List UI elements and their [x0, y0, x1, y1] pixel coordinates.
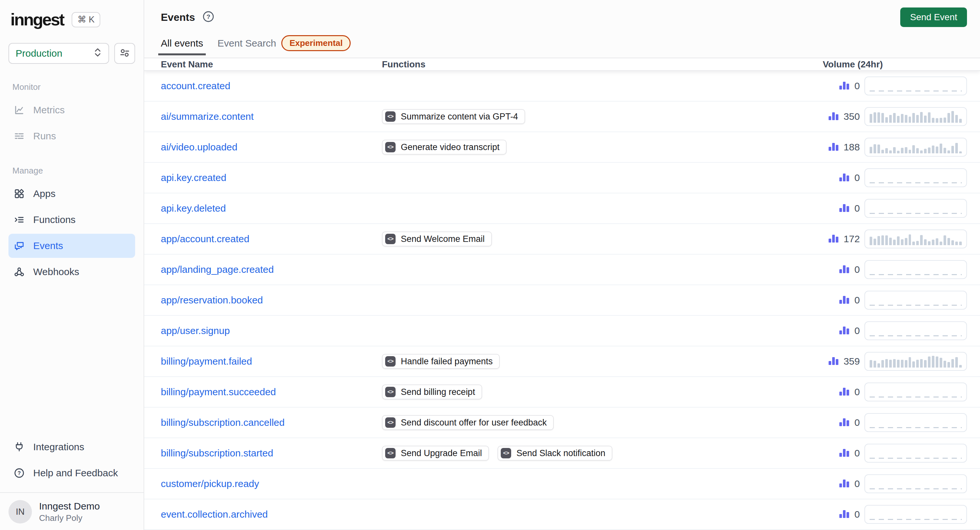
sidebar-item-integrations[interactable]: Integrations: [8, 435, 135, 459]
sidebar-item-help[interactable]: ? Help and Feedback: [8, 461, 135, 485]
bar-chart-icon: [828, 355, 839, 368]
zero-volume-dashed-line: [870, 305, 962, 306]
inngest-logo: inngest: [10, 10, 64, 29]
event-name-link[interactable]: app/reservation.booked: [161, 294, 263, 306]
app-window: inngest ⌘ K Production: [0, 0, 980, 530]
volume-value: 0: [854, 203, 860, 214]
function-pill[interactable]: <> Summarize content via GPT-4: [382, 109, 525, 124]
event-name-link[interactable]: billing/subscription.cancelled: [161, 417, 285, 428]
function-pill[interactable]: <> Send Slack notification: [498, 446, 612, 461]
sparkline-bar: [928, 148, 931, 153]
user-menu[interactable]: IN Inngest Demo Charly Poly: [0, 492, 143, 530]
table-row: billing/payment.failed <> Handle failed …: [144, 346, 980, 377]
sparkline-bar: [905, 360, 907, 368]
code-icon: <>: [385, 234, 396, 244]
sparkline-bar: [932, 356, 934, 368]
function-pill[interactable]: <> Send Upgrade Email: [382, 446, 489, 461]
sparkline-bar: [881, 150, 884, 153]
sparkline-bar: [893, 359, 896, 368]
sparkline-bar: [873, 361, 876, 368]
sparkline-bar: [893, 113, 896, 123]
environment-settings-button[interactable]: [114, 43, 135, 64]
sparkline-bar: [889, 150, 892, 154]
bar-chart-icon: [839, 416, 850, 429]
volume-value: 0: [854, 478, 860, 489]
volume-count: 350: [798, 110, 860, 123]
event-name-link[interactable]: app/account.created: [161, 234, 250, 244]
volume-sparkline: [864, 107, 967, 126]
sidebar-item-label: Events: [33, 240, 63, 251]
sparkline-bar: [901, 239, 904, 245]
sparkline-bar: [943, 118, 946, 123]
event-name-link[interactable]: event.collection.archived: [161, 509, 268, 520]
bar-chart-icon: [839, 263, 850, 276]
volume-value: 350: [843, 111, 860, 122]
sidebar-item-webhooks[interactable]: Webhooks: [8, 260, 135, 284]
sparkline-bar: [873, 144, 876, 154]
function-pill[interactable]: <> Send discount offer for user feedback: [382, 415, 554, 430]
column-header-functions: Functions: [382, 59, 798, 70]
event-name-link[interactable]: billing/subscription.started: [161, 448, 273, 458]
sparkline-bar: [924, 239, 927, 245]
sparkline-bar: [940, 118, 942, 123]
table-row: event.collection.archived 0: [144, 500, 980, 530]
event-name-link[interactable]: billing/payment.succeeded: [161, 387, 276, 397]
tab-all-events[interactable]: All events: [158, 38, 206, 55]
sidebar-item-apps[interactable]: Apps: [8, 181, 135, 206]
page-help-icon[interactable]: ?: [202, 10, 215, 24]
event-name-link[interactable]: account.created: [161, 80, 230, 91]
sparkline-bar: [924, 149, 927, 153]
volume-sparkline: [864, 229, 967, 248]
table-row: billing/subscription.started <> Send Upg…: [144, 438, 980, 469]
event-name-link[interactable]: api.key.deleted: [161, 203, 226, 213]
column-header-event-name: Event Name: [144, 59, 382, 70]
nav-section-monitor: Monitor: [8, 78, 135, 96]
tab-label: Event Search: [218, 38, 276, 49]
event-name-link[interactable]: api.key.created: [161, 172, 226, 183]
zero-volume-dashed-line: [870, 458, 962, 459]
event-name-link[interactable]: ai/summarize.content: [161, 111, 254, 122]
sparkline-bar: [912, 145, 915, 153]
event-name-link[interactable]: ai/video.uploaded: [161, 142, 237, 152]
table-header: Event Name Functions Volume (24hr): [144, 58, 980, 71]
send-event-button[interactable]: Send Event: [900, 8, 967, 27]
bar-chart-icon: [828, 141, 839, 154]
tab-event-search[interactable]: Event Search Experimental: [215, 35, 353, 57]
function-pill[interactable]: <> Generate video transcript: [382, 140, 507, 154]
sparkline-bar: [905, 147, 907, 153]
sidebar-item-metrics[interactable]: Metrics: [8, 98, 135, 122]
title-row: Events ? Send Event: [161, 6, 967, 28]
event-name-link[interactable]: app/user.signup: [161, 325, 230, 336]
sparkline-bar: [920, 235, 923, 245]
volume-value: 0: [854, 448, 860, 459]
function-pill[interactable]: <> Handle failed payments: [382, 354, 500, 369]
function-pill[interactable]: <> Send billing receipt: [382, 385, 482, 399]
volume-value: 359: [843, 356, 860, 367]
sparkline-bar: [959, 119, 962, 123]
command-k-shortcut[interactable]: ⌘ K: [72, 12, 100, 27]
environment-select[interactable]: Production: [8, 43, 109, 64]
function-pill[interactable]: <> Send Welcome Email: [382, 231, 492, 247]
sidebar-item-functions[interactable]: Functions: [8, 208, 135, 232]
sparkline-bar: [877, 363, 880, 368]
volume-value: 0: [854, 417, 860, 428]
zero-volume-dashed-line: [870, 335, 962, 336]
volume-value: 0: [854, 294, 860, 306]
sparkline-bar: [959, 242, 962, 245]
sidebar-item-runs[interactable]: Runs: [8, 124, 135, 148]
sparkline-bar: [943, 236, 946, 245]
event-name-link[interactable]: billing/payment.failed: [161, 356, 252, 366]
sparkline-bar: [897, 360, 900, 368]
sparkline-bar: [893, 147, 896, 153]
events-icon: [14, 240, 25, 251]
bar-chart-icon: [839, 294, 850, 307]
sidebar-item-events[interactable]: Events: [8, 234, 135, 258]
sparkline-bar: [897, 116, 900, 123]
sparkline-bar: [959, 151, 962, 153]
event-name-link[interactable]: customer/pickup.ready: [161, 478, 259, 489]
sparkline-bar: [932, 118, 934, 123]
nav-section-manage: Manage: [8, 162, 135, 180]
event-name-link[interactable]: app/landing_page.created: [161, 264, 274, 275]
sparkline-bar: [897, 236, 900, 245]
function-pill-label: Send discount offer for user feedback: [401, 418, 547, 428]
